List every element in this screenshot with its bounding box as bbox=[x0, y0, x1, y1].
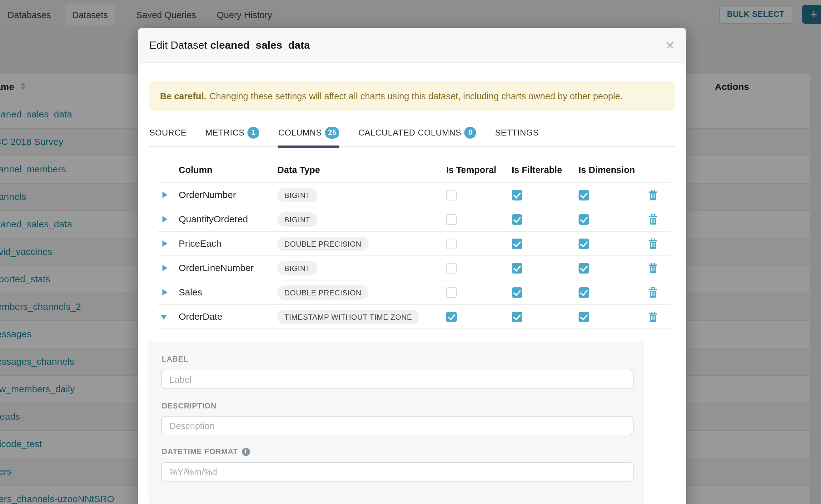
column-name: Sales bbox=[179, 287, 202, 297]
checkbox-is-filterable[interactable] bbox=[512, 239, 522, 249]
delete-column-button[interactable] bbox=[649, 263, 657, 274]
checkbox-is-dimension[interactable] bbox=[579, 287, 589, 298]
checkbox-is-temporal[interactable] bbox=[446, 214, 457, 225]
collapse-caret-icon[interactable] bbox=[161, 315, 167, 320]
checkbox-is-dimension[interactable] bbox=[579, 214, 589, 225]
column-row-OrderNumber: OrderNumberBIGINT bbox=[158, 182, 670, 207]
modal-title: Edit Dataset cleaned_sales_data bbox=[149, 39, 310, 52]
data-type-pill: TIMESTAMP WITHOUT TIME ZONE bbox=[277, 310, 419, 324]
data-type-pill: BIGINT bbox=[277, 212, 317, 227]
modal-header: Edit Dataset cleaned_sales_data ✕ bbox=[138, 28, 686, 63]
column-name: OrderNumber bbox=[179, 189, 236, 200]
expand-caret-icon[interactable] bbox=[162, 289, 167, 295]
checkbox-is-temporal[interactable] bbox=[446, 263, 457, 274]
checkbox-is-dimension[interactable] bbox=[579, 239, 589, 249]
column-row-QuantityOrdered: QuantityOrderedBIGINT bbox=[158, 207, 670, 231]
column-row-OrderDate: OrderDateTIMESTAMP WITHOUT TIME ZONE bbox=[158, 304, 670, 329]
trash-icon bbox=[649, 287, 657, 298]
tab-label: SETTINGS bbox=[495, 128, 539, 137]
tab-label: METRICS bbox=[205, 128, 245, 137]
screen: Databases Datasets Saved Queries Query H… bbox=[0, 0, 821, 504]
header-is-dimension: Is Dimension bbox=[579, 165, 635, 175]
checkbox-is-filterable[interactable] bbox=[512, 287, 522, 298]
warning-bold-text: Be careful. bbox=[160, 91, 206, 101]
column-name: QuantityOrdered bbox=[179, 214, 248, 224]
expand-caret-icon[interactable] bbox=[162, 216, 167, 222]
info-icon[interactable]: i bbox=[241, 447, 250, 456]
checkbox-is-dimension[interactable] bbox=[579, 312, 589, 322]
column-row-OrderLineNumber: OrderLineNumberBIGINT bbox=[158, 255, 670, 280]
checkbox-is-dimension[interactable] bbox=[579, 190, 589, 200]
data-type-pill: DOUBLE PRECISION bbox=[277, 285, 368, 300]
edit-dataset-modal: Edit Dataset cleaned_sales_data ✕ Be car… bbox=[138, 28, 686, 504]
header-data-type: Data Type bbox=[277, 165, 320, 175]
expand-caret-icon[interactable] bbox=[162, 192, 167, 198]
column-name: OrderLineNumber bbox=[179, 262, 254, 273]
column-name: OrderDate bbox=[179, 311, 222, 322]
tab-label: COLUMNS bbox=[278, 128, 322, 137]
columns-table-rows: OrderNumberBIGINTQuantityOrderedBIGINTPr… bbox=[158, 182, 670, 329]
modal-body: Be careful. Changing these settings will… bbox=[138, 81, 686, 504]
description-field-label: DESCRIPTION bbox=[162, 402, 216, 410]
expand-caret-icon[interactable] bbox=[162, 265, 167, 271]
tab-label: CALCULATED COLUMNS bbox=[358, 128, 462, 137]
delete-column-button[interactable] bbox=[649, 287, 657, 298]
warning-banner: Be careful. Changing these settings will… bbox=[149, 81, 675, 111]
delete-column-button[interactable] bbox=[649, 214, 657, 225]
checkbox-is-dimension[interactable] bbox=[579, 263, 589, 274]
trash-icon bbox=[649, 214, 657, 225]
checkbox-is-filterable[interactable] bbox=[512, 312, 522, 322]
tab-count-badge: 25 bbox=[325, 126, 339, 138]
delete-column-button[interactable] bbox=[649, 190, 657, 200]
checkbox-is-filterable[interactable] bbox=[512, 190, 522, 200]
tab-count-badge: 1 bbox=[248, 126, 260, 138]
column-row-Sales: SalesDOUBLE PRECISION bbox=[158, 280, 670, 304]
tab-settings[interactable]: SETTINGS bbox=[495, 118, 539, 146]
modal-tabs: SOURCE METRICS 1 COLUMNS 25 CALCULATED C… bbox=[149, 119, 675, 147]
column-edit-panel: LABEL DESCRIPTION DATETIME FORMAT i bbox=[149, 342, 644, 504]
checkbox-is-temporal[interactable] bbox=[446, 190, 457, 200]
expand-caret-icon[interactable] bbox=[162, 240, 167, 247]
tab-calculated-columns[interactable]: CALCULATED COLUMNS 0 bbox=[358, 118, 477, 146]
trash-icon bbox=[649, 190, 657, 200]
trash-icon bbox=[649, 239, 657, 249]
data-type-pill: DOUBLE PRECISION bbox=[277, 237, 368, 251]
tab-columns[interactable]: COLUMNS 25 bbox=[278, 118, 339, 146]
checkbox-is-filterable[interactable] bbox=[512, 214, 522, 225]
label-field-label: LABEL bbox=[162, 355, 188, 363]
modal-title-dataset-name: cleaned_sales_data bbox=[210, 39, 310, 51]
description-field-input[interactable] bbox=[161, 416, 634, 435]
tab-count-badge: 0 bbox=[465, 126, 477, 138]
column-row-PriceEach: PriceEachDOUBLE PRECISION bbox=[158, 231, 670, 255]
column-name: PriceEach bbox=[179, 238, 221, 249]
header-is-temporal: Is Temporal bbox=[446, 165, 497, 175]
tab-metrics[interactable]: METRICS 1 bbox=[205, 118, 260, 146]
tab-label: SOURCE bbox=[149, 128, 186, 137]
datetime-format-input[interactable] bbox=[161, 462, 634, 482]
checkbox-is-temporal[interactable] bbox=[446, 287, 457, 298]
checkbox-is-filterable[interactable] bbox=[512, 263, 522, 274]
data-type-pill: BIGINT bbox=[277, 188, 317, 202]
trash-icon bbox=[649, 312, 657, 322]
columns-table: Column Data Type Is Temporal Is Filterab… bbox=[158, 158, 670, 329]
checkbox-is-temporal[interactable] bbox=[446, 239, 457, 249]
datetime-format-field-label: DATETIME FORMAT i bbox=[162, 447, 250, 456]
warning-text: Changing these settings will affect all … bbox=[209, 91, 623, 101]
modal-title-prefix: Edit Dataset bbox=[149, 39, 207, 51]
header-is-filterable: Is Filterable bbox=[512, 165, 562, 175]
trash-icon bbox=[649, 263, 657, 274]
delete-column-button[interactable] bbox=[649, 239, 657, 249]
delete-column-button[interactable] bbox=[649, 312, 657, 322]
label-field-input[interactable] bbox=[161, 370, 634, 389]
data-type-pill: BIGINT bbox=[277, 261, 317, 275]
tab-source[interactable]: SOURCE bbox=[149, 118, 186, 146]
header-column: Column bbox=[179, 165, 212, 175]
checkbox-is-temporal[interactable] bbox=[446, 312, 457, 322]
columns-table-header: Column Data Type Is Temporal Is Filterab… bbox=[158, 158, 670, 182]
close-icon[interactable]: ✕ bbox=[665, 40, 675, 51]
